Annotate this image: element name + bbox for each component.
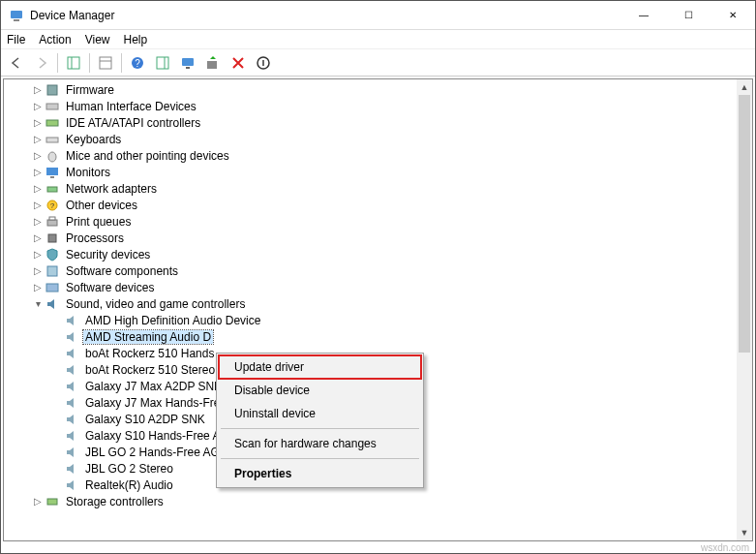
svg-rect-27 — [47, 266, 57, 276]
speaker-icon — [64, 395, 79, 411]
printer-icon — [45, 214, 60, 230]
svg-rect-2 — [68, 57, 79, 69]
svg-rect-19 — [46, 168, 58, 175]
menu-view[interactable]: View — [85, 33, 110, 46]
context-update-driver[interactable]: Update driver — [219, 355, 421, 379]
uninstall-device-button[interactable] — [227, 51, 250, 75]
tree-node-ide[interactable]: ▷IDE ATA/ATAPI controllers — [4, 114, 737, 131]
svg-rect-8 — [157, 57, 168, 69]
menubar: File Action View Help — [1, 30, 755, 49]
processor-icon — [45, 231, 60, 246]
context-menu: Update driver Disable device Uninstall d… — [216, 353, 424, 488]
mouse-icon — [45, 148, 60, 164]
svg-rect-29 — [47, 499, 57, 505]
tree-node-amd-streaming-audio[interactable]: AMD Streaming Audio D — [4, 328, 737, 345]
maximize-button[interactable]: ☐ — [666, 1, 711, 30]
svg-rect-1 — [14, 19, 19, 21]
sound-icon — [45, 296, 60, 312]
speaker-icon — [64, 428, 79, 444]
svg-rect-15 — [46, 104, 58, 109]
security-icon — [45, 247, 60, 262]
tree-node-mice[interactable]: ▷Mice and other pointing devices — [4, 147, 737, 164]
scroll-thumb[interactable] — [739, 95, 750, 353]
speaker-icon — [64, 379, 79, 394]
svg-point-18 — [48, 152, 56, 162]
network-icon — [45, 181, 60, 197]
scroll-track[interactable] — [737, 95, 752, 525]
tree-node-print-queues[interactable]: ▷Print queues — [4, 213, 737, 230]
svg-rect-24 — [47, 220, 57, 226]
menu-file[interactable]: File — [7, 33, 25, 46]
context-separator — [221, 458, 419, 459]
context-uninstall-device[interactable]: Uninstall device — [219, 402, 421, 425]
tree-node-firmware[interactable]: ▷Firmware — [4, 81, 737, 98]
firmware-icon — [45, 82, 60, 98]
tree-node-software-components[interactable]: ▷Software components — [4, 262, 737, 279]
monitor-icon — [45, 165, 60, 180]
software-components-icon — [45, 263, 60, 279]
toolbar: ? — [1, 49, 755, 77]
storage-icon — [45, 494, 60, 509]
tree-node-hid[interactable]: ▷Human Interface Devices — [4, 98, 737, 114]
help-button[interactable]: ? — [126, 51, 149, 75]
tree-node-software-devices[interactable]: ▷Software devices — [4, 279, 737, 295]
speaker-icon — [64, 329, 79, 345]
tree-node-network[interactable]: ▷Network adapters — [4, 180, 737, 197]
close-button[interactable]: ✕ — [711, 1, 755, 30]
scroll-down-arrow[interactable]: ▼ — [737, 525, 752, 540]
scroll-up-arrow[interactable]: ▲ — [737, 79, 752, 95]
tree-node-keyboards[interactable]: ▷Keyboards — [4, 131, 737, 147]
ide-icon — [45, 115, 60, 131]
disable-device-button[interactable] — [252, 51, 275, 75]
tree-node-storage[interactable]: ▷Storage controllers — [4, 493, 737, 509]
tree-node-amd-hd-audio[interactable]: AMD High Definition Audio Device — [4, 312, 737, 328]
context-scan-hardware[interactable]: Scan for hardware changes — [219, 432, 421, 455]
svg-text:?: ? — [135, 58, 140, 69]
scan-hardware-button[interactable] — [176, 51, 199, 75]
keyboard-icon — [45, 132, 60, 147]
properties-button[interactable] — [94, 51, 117, 75]
vertical-scrollbar[interactable]: ▲ ▼ — [737, 79, 752, 540]
show-hide-console-tree-button[interactable] — [62, 51, 85, 75]
svg-rect-20 — [50, 176, 54, 178]
menu-action[interactable]: Action — [39, 33, 71, 46]
app-icon — [9, 8, 24, 23]
context-separator — [221, 428, 419, 429]
window-title: Device Manager — [30, 9, 114, 22]
tree-node-sound[interactable]: ▾Sound, video and game controllers — [4, 295, 737, 312]
forward-button[interactable] — [30, 51, 53, 75]
svg-rect-21 — [47, 187, 57, 192]
titlebar: Device Manager — ☐ ✕ — [1, 1, 755, 30]
tree-node-processors[interactable]: ▷Processors — [4, 230, 737, 246]
svg-rect-12 — [207, 61, 217, 69]
action-pane-button[interactable] — [151, 51, 174, 75]
speaker-icon — [64, 445, 79, 460]
svg-rect-0 — [11, 11, 22, 18]
context-disable-device[interactable]: Disable device — [219, 379, 421, 402]
context-properties[interactable]: Properties — [219, 462, 421, 485]
svg-rect-14 — [47, 85, 57, 95]
svg-text:?: ? — [50, 201, 55, 210]
speaker-icon — [64, 362, 79, 378]
speaker-icon — [64, 477, 79, 493]
watermark: wsxdn.com — [701, 542, 749, 553]
back-button[interactable] — [5, 51, 28, 75]
hid-icon — [45, 99, 60, 114]
svg-rect-4 — [100, 57, 111, 69]
speaker-icon — [64, 412, 79, 427]
speaker-icon — [64, 313, 79, 328]
tree-node-security[interactable]: ▷Security devices — [4, 246, 737, 262]
update-driver-button[interactable] — [201, 51, 225, 75]
svg-rect-26 — [48, 234, 56, 242]
svg-rect-11 — [186, 67, 190, 69]
svg-rect-17 — [46, 138, 58, 142]
minimize-button[interactable]: — — [621, 1, 666, 30]
svg-rect-16 — [46, 120, 58, 126]
speaker-icon — [64, 461, 79, 477]
software-devices-icon — [45, 280, 60, 295]
svg-rect-25 — [49, 217, 55, 220]
svg-rect-28 — [46, 284, 58, 292]
tree-node-monitors[interactable]: ▷Monitors — [4, 164, 737, 180]
menu-help[interactable]: Help — [124, 33, 148, 46]
tree-node-other[interactable]: ▷?Other devices — [4, 197, 737, 213]
